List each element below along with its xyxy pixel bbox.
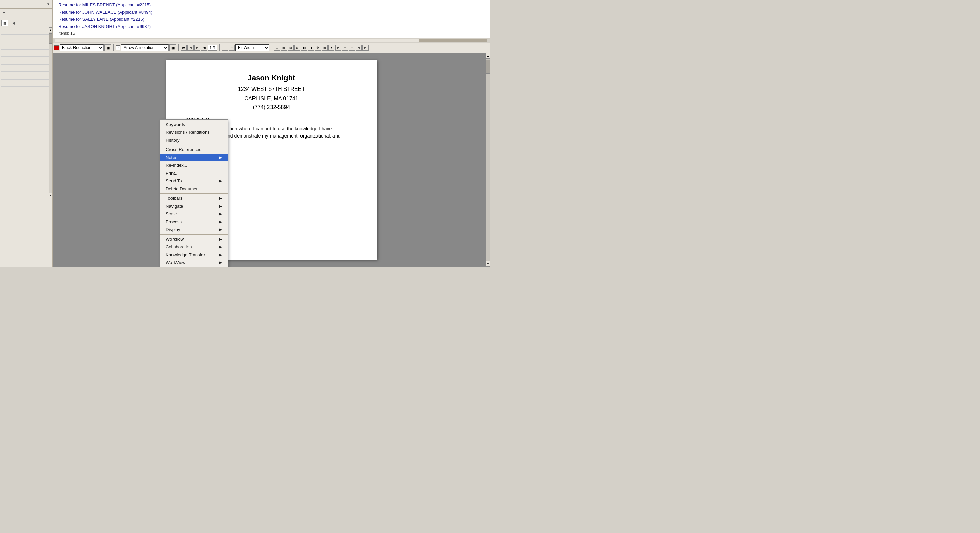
menu-item-print[interactable]: Print... [160, 169, 228, 177]
tb-btn-4[interactable]: ⊟ [294, 45, 301, 51]
annotation-select[interactable]: Arrow Annotation [121, 44, 169, 51]
redaction-btn[interactable]: ▣ [105, 44, 111, 51]
v-scrollbar[interactable]: ▲ ▼ [486, 53, 490, 266]
sidebar-row [0, 76, 52, 83]
extra-toolbar-btns: □ ⊞ ⊡ ⊟ ◧ ◨ ⚙ ⊞ ▼ ⊳ ⏮ − ◄ ► [274, 45, 369, 51]
menu-divider [160, 145, 228, 145]
separator [220, 44, 220, 51]
doc-count: Items: 16 [58, 30, 487, 37]
sidebar-row [0, 38, 52, 45]
submenu-arrow-workflow: ▶ [220, 237, 222, 241]
tb-btn-6[interactable]: ◨ [308, 45, 314, 51]
sidebar-row [0, 46, 52, 53]
sidebar-row [0, 53, 52, 60]
separator [178, 44, 179, 51]
context-menu: Keywords Revisions / Renditions History … [160, 119, 228, 266]
menu-item-reindex[interactable]: Re-Index... [160, 161, 228, 169]
sidebar-row [0, 31, 52, 38]
menu-item-navigate[interactable]: Navigate ▶ [160, 202, 228, 210]
expand-sidebar-btn[interactable]: ▼ [2, 10, 7, 15]
tb-btn-5[interactable]: ◧ [301, 45, 307, 51]
doc-list-item[interactable]: Resume for JASON KNIGHT (Applicant #9987… [58, 23, 487, 30]
collapse-sidebar-btn[interactable]: ▼ [46, 2, 51, 7]
menu-item-process[interactable]: Process ▶ [160, 218, 228, 226]
menu-item-workview[interactable]: WorkView ▶ [160, 259, 228, 266]
redaction-select[interactable]: Black Redaction [60, 44, 104, 51]
menu-item-revisions[interactable]: Revisions / Renditions [160, 128, 228, 136]
doc-address-line1: 1234 WEST 67TH STREET [186, 85, 356, 93]
sidebar-rows [0, 29, 52, 92]
doc-phone: (774) 232-5894 [186, 104, 356, 110]
tb-btn-12[interactable]: − [349, 45, 355, 51]
zoom-in-btn[interactable]: + [222, 45, 228, 51]
calendar-icon[interactable]: ▦ [2, 20, 8, 26]
tb-btn-8[interactable]: ⊞ [321, 45, 328, 51]
sidebar-scroll-thumb[interactable] [49, 33, 52, 44]
separator [113, 44, 114, 51]
nav-last-btn[interactable]: ⏭ [201, 45, 207, 51]
doc-list-item[interactable]: Resume for SALLY LANE (Applicant #2216) [58, 16, 487, 23]
sidebar-scroll-down[interactable]: ▼ [49, 193, 52, 197]
menu-item-notes[interactable]: Notes ▶ [160, 153, 228, 161]
menu-item-history[interactable]: History [160, 136, 228, 144]
menu-item-cross-references[interactable]: Cross-References [160, 146, 228, 153]
hscroll-bar[interactable] [56, 39, 487, 42]
main-area: Resume for MILES BRENDT (Applicant #2215… [53, 0, 490, 266]
tb-btn-14[interactable]: ► [363, 45, 369, 51]
sidebar-top: ▼ [0, 0, 52, 8]
separator [272, 44, 272, 51]
doc-viewer: Jason Knight 1234 WEST 67TH STREET CARLI… [53, 53, 490, 266]
v-scroll-up-btn[interactable]: ▲ [486, 53, 490, 59]
menu-item-keywords[interactable]: Keywords [160, 121, 228, 128]
submenu-arrow-navigate: ▶ [220, 204, 222, 208]
doc-list-item[interactable]: Resume for MILES BRENDT (Applicant #2215… [58, 2, 487, 8]
submenu-arrow-knowledge-transfer: ▶ [220, 253, 222, 257]
redaction-color-swatch [54, 45, 59, 50]
submenu-arrow-scale: ▶ [220, 212, 222, 216]
nav-first-btn[interactable]: ⏮ [181, 45, 187, 51]
toolbar-row1: Black Redaction ▣ → Arrow Annotation ▣ ⏮… [53, 43, 490, 53]
submenu-arrow-display: ▶ [220, 228, 222, 231]
submenu-arrow-notes: ▶ [220, 156, 222, 159]
hscroll-thumb[interactable] [419, 39, 487, 42]
menu-item-delete-document[interactable]: Delete Document [160, 185, 228, 193]
menu-item-knowledge-transfer[interactable]: Knowledge Transfer ▶ [160, 251, 228, 259]
menu-item-scale[interactable]: Scale ▶ [160, 210, 228, 218]
annotation-btn[interactable]: ▣ [169, 44, 176, 51]
tb-btn-11[interactable]: ⏮ [342, 45, 348, 51]
tb-btn-3[interactable]: ⊡ [288, 45, 294, 51]
tb-btn-13[interactable]: ◄ [356, 45, 362, 51]
submenu-arrow-process: ▶ [220, 220, 222, 224]
doc-address-line2: CARLISLE, MA 01741 [186, 95, 356, 103]
left-sidebar: ▼ ▼ ▦ ◀ [0, 0, 53, 266]
menu-item-collaboration[interactable]: Collaboration ▶ [160, 243, 228, 251]
tb-btn-9[interactable]: ▼ [328, 45, 334, 51]
menu-divider [160, 193, 228, 194]
page-input[interactable] [208, 45, 218, 51]
nav-prev-btn[interactable]: ◄ [188, 45, 194, 51]
doc-list-item[interactable]: Resume for JOHN WALLACE (Applicant #8494… [58, 8, 487, 16]
sidebar-row [0, 68, 52, 75]
sidebar-row [0, 83, 52, 90]
sidebar-collapse-right[interactable]: ◀ [11, 20, 16, 25]
tb-btn-10[interactable]: ⊳ [335, 45, 341, 51]
sidebar-scroll-up[interactable]: ▲ [49, 27, 52, 32]
zoom-controls: + − Fit Width [222, 44, 269, 51]
tb-btn-2[interactable]: ⊞ [281, 45, 287, 51]
menu-item-toolbars[interactable]: Toolbars ▶ [160, 194, 228, 202]
doc-person-name: Jason Knight [186, 73, 356, 83]
doc-list: Resume for MILES BRENDT (Applicant #2215… [53, 0, 490, 38]
zoom-out-btn[interactable]: − [229, 45, 235, 51]
submenu-arrow-workview: ▶ [220, 261, 222, 264]
zoom-select[interactable]: Fit Width [235, 44, 269, 51]
v-scroll-thumb[interactable] [486, 60, 490, 73]
annotation-icon: → [116, 45, 121, 50]
nav-next-btn[interactable]: ► [194, 45, 200, 51]
tb-btn-7[interactable]: ⚙ [315, 45, 321, 51]
menu-item-send-to[interactable]: Send To ▶ [160, 177, 228, 185]
menu-item-workflow[interactable]: Workflow ▶ [160, 235, 228, 243]
tb-btn-1[interactable]: □ [274, 45, 280, 51]
menu-item-display[interactable]: Display ▶ [160, 226, 228, 234]
submenu-arrow-collaboration: ▶ [220, 245, 222, 249]
v-scroll-down-btn[interactable]: ▼ [486, 261, 490, 266]
